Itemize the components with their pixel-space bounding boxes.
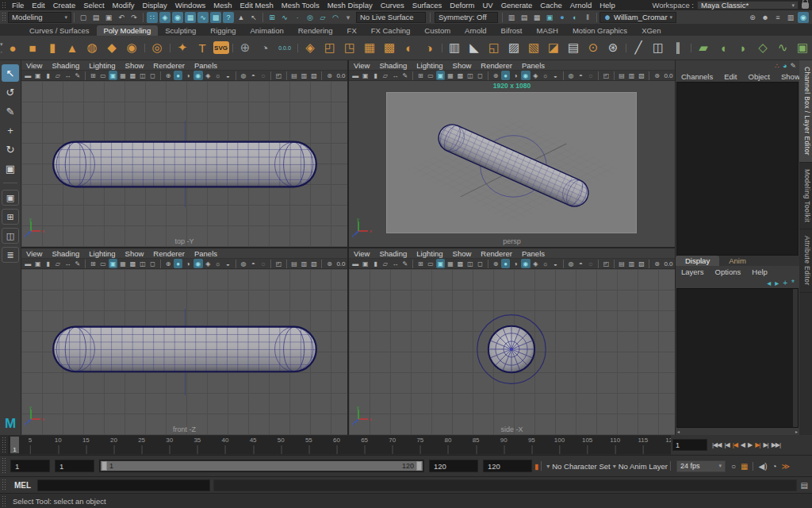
light-editor-icon[interactable]: ◐ bbox=[569, 12, 580, 23]
highlight-selection-icon[interactable]: ↖ bbox=[248, 12, 259, 23]
vp-gate-mask-icon[interactable]: ▦ bbox=[118, 71, 128, 80]
vp-field-chart-icon[interactable]: ▩ bbox=[128, 259, 138, 268]
menu-set-select[interactable]: Modeling ▾ bbox=[8, 12, 71, 23]
character-set-select[interactable]: No Character Set bbox=[552, 462, 610, 471]
vp-menu-shading[interactable]: Shading bbox=[374, 249, 412, 258]
menu-mesh-display[interactable]: Mesh Display bbox=[324, 1, 377, 10]
fps-select[interactable]: 24 fps ▾ bbox=[676, 460, 726, 472]
vp-gear-icon[interactable]: ⊛ bbox=[653, 259, 662, 268]
shelf-tab-poly-modeling[interactable]: Poly Modeling bbox=[97, 25, 159, 36]
vp-xray-icon[interactable]: ◍ bbox=[566, 71, 576, 80]
vp-menu-lighting[interactable]: Lighting bbox=[84, 249, 120, 258]
snap-view-plane-icon[interactable]: ▱ bbox=[317, 12, 328, 23]
vp-camera-settings-icon[interactable]: ▣ bbox=[33, 71, 43, 80]
lasso-select-tool-icon[interactable]: ↺ bbox=[2, 83, 19, 101]
vp-select-camera-icon[interactable]: ▬ bbox=[24, 71, 33, 80]
vp-safe-title-icon[interactable]: ◻ bbox=[148, 71, 158, 80]
vp-select-camera-icon[interactable]: ▬ bbox=[351, 71, 361, 80]
vp-safe-action-icon[interactable]: ◫ bbox=[138, 259, 147, 268]
menu-edit-mesh[interactable]: Edit Mesh bbox=[236, 1, 278, 10]
vp-motion-blur-icon[interactable]: ◌ bbox=[586, 259, 596, 268]
go-to-end-button[interactable]: ▶▶| bbox=[770, 441, 782, 448]
statusline-grip[interactable] bbox=[2, 12, 6, 22]
hypershade-icon[interactable]: ● bbox=[557, 12, 568, 23]
vp-paste-icon[interactable]: ▥ bbox=[300, 259, 309, 268]
vp-safe-action-icon[interactable]: ◫ bbox=[138, 71, 147, 80]
pattern-brush-icon[interactable]: ▣ bbox=[794, 39, 812, 57]
cb-manipulator-icon[interactable]: ∴ bbox=[775, 62, 779, 70]
vp-2d-pan-zoom-icon[interactable]: ↔ bbox=[63, 259, 73, 268]
character-controls-icon[interactable]: ☻ bbox=[760, 12, 771, 23]
rangerow-grip[interactable] bbox=[2, 457, 6, 475]
play-forwards-button[interactable]: ▶ bbox=[746, 441, 753, 448]
sidetab-attribute-editor[interactable]: Attribute Editor bbox=[799, 229, 812, 293]
open-render-view-icon[interactable]: ▥ bbox=[506, 12, 517, 23]
go-to-start-button[interactable]: |◀◀ bbox=[710, 441, 722, 448]
shelf-tab-arnold[interactable]: Arnold bbox=[458, 25, 493, 36]
smooth-brush-icon[interactable]: ◖ bbox=[714, 39, 733, 57]
layer-move-down-icon[interactable]: ▸ bbox=[775, 279, 779, 287]
vp-shadows-icon[interactable]: ◒ bbox=[551, 259, 561, 268]
vp-resolution-gate-icon[interactable]: ▣ bbox=[436, 259, 446, 268]
menu-edit[interactable]: Edit bbox=[28, 1, 48, 10]
vp-grid-icon[interactable]: ⊞ bbox=[89, 259, 98, 268]
vp-grease-pencil-icon[interactable]: ✎ bbox=[73, 259, 82, 268]
vp-field-chart-icon[interactable]: ▩ bbox=[128, 71, 138, 80]
vp-wire-on-shaded-icon[interactable]: ◉ bbox=[193, 259, 203, 268]
panel-columns-icon[interactable]: ▥ bbox=[785, 12, 796, 23]
mirror-cut-icon[interactable]: ◑ bbox=[420, 39, 439, 57]
menu-display[interactable]: Display bbox=[139, 1, 171, 10]
layout-single-persp-icon[interactable]: ▣ bbox=[2, 190, 19, 206]
tab-anim[interactable]: Anim bbox=[719, 256, 756, 266]
menu-arnold[interactable]: Arnold bbox=[566, 1, 596, 10]
vp-bookmark-icon[interactable]: ▮ bbox=[371, 259, 381, 268]
vp-copy-icon[interactable]: ▤ bbox=[617, 71, 626, 80]
current-time-indicator[interactable]: 1 bbox=[10, 437, 19, 453]
lock-selection-icon[interactable]: ▲ bbox=[236, 12, 247, 23]
layer-new-empty-icon[interactable]: + bbox=[783, 279, 787, 287]
move-tool-icon[interactable]: + bbox=[2, 121, 19, 139]
shelf-tab-motion-graphics[interactable]: Motion Graphics bbox=[565, 25, 634, 36]
vp-menu-renderer[interactable]: Renderer bbox=[148, 249, 190, 258]
spherize-icon[interactable]: ⊛ bbox=[604, 39, 622, 57]
redo-icon[interactable]: ↷ bbox=[128, 12, 140, 23]
vp-wireframe-icon[interactable]: ⊕ bbox=[163, 71, 173, 80]
vp-select-camera-icon[interactable]: ▬ bbox=[351, 259, 361, 268]
timeline-grip[interactable] bbox=[2, 437, 6, 453]
snap-projected-center-icon[interactable]: ◎ bbox=[304, 12, 316, 23]
vp-resolution-gate-icon[interactable]: ▣ bbox=[109, 259, 118, 268]
new-scene-icon[interactable]: ▢ bbox=[78, 12, 89, 23]
vp-snapshot-icon[interactable]: ▧ bbox=[637, 71, 646, 80]
vp-shadows-icon[interactable]: ◒ bbox=[224, 259, 233, 268]
vp-image-plane-icon[interactable]: ▱ bbox=[381, 259, 390, 268]
time-slider[interactable]: 1 51015202530354045505560657075808590951… bbox=[8, 436, 671, 454]
vp-resolution-gate-icon[interactable]: ▣ bbox=[109, 71, 118, 80]
vp-2d-pan-zoom-icon[interactable]: ↔ bbox=[391, 259, 400, 268]
sweep-mesh-icon[interactable]: ▥ bbox=[446, 39, 464, 57]
cb-menu-edit[interactable]: Edit bbox=[718, 72, 742, 81]
select-curve-icon[interactable]: ∿ bbox=[197, 12, 209, 23]
vp-menu-view[interactable]: View bbox=[21, 249, 47, 258]
vp-shadows-icon[interactable]: ◒ bbox=[551, 71, 561, 80]
playback-end-field[interactable]: 120 bbox=[429, 460, 478, 472]
platonic-solid-icon[interactable]: ◎ bbox=[148, 39, 167, 57]
clip-editor-icon[interactable]: ▦ bbox=[741, 462, 748, 471]
vp-lighting-icon[interactable]: ☼ bbox=[541, 259, 550, 268]
vp-snapshot-icon[interactable]: ▧ bbox=[309, 71, 319, 80]
vp-menu-shading[interactable]: Shading bbox=[47, 249, 84, 258]
menu-modify[interactable]: Modify bbox=[109, 1, 139, 10]
vp-safe-action-icon[interactable]: ◫ bbox=[465, 259, 475, 268]
vp-menu-panels[interactable]: Panels bbox=[517, 61, 550, 70]
mirror-icon[interactable]: ◐ bbox=[400, 39, 419, 57]
menu-mesh-tools[interactable]: Mesh Tools bbox=[278, 1, 324, 10]
poly-disc-icon[interactable]: ◉ bbox=[123, 39, 141, 57]
scroll-right-icon[interactable]: ▸ bbox=[795, 429, 798, 434]
vp-wireframe-icon[interactable]: ⊕ bbox=[491, 259, 500, 268]
select-tool-icon[interactable]: ↖ bbox=[2, 64, 19, 82]
vp-copy-icon[interactable]: ▤ bbox=[289, 259, 299, 268]
cb-menu-channels[interactable]: Channels bbox=[676, 72, 718, 81]
pause-viewport-icon[interactable]: ‖ bbox=[582, 12, 593, 23]
vp-resolution-gate-icon[interactable]: ▣ bbox=[436, 71, 446, 80]
select-object-icon[interactable]: ◈ bbox=[159, 12, 170, 23]
shelf-tab-curves-surfaces[interactable]: Curves / Surfaces bbox=[22, 25, 97, 36]
